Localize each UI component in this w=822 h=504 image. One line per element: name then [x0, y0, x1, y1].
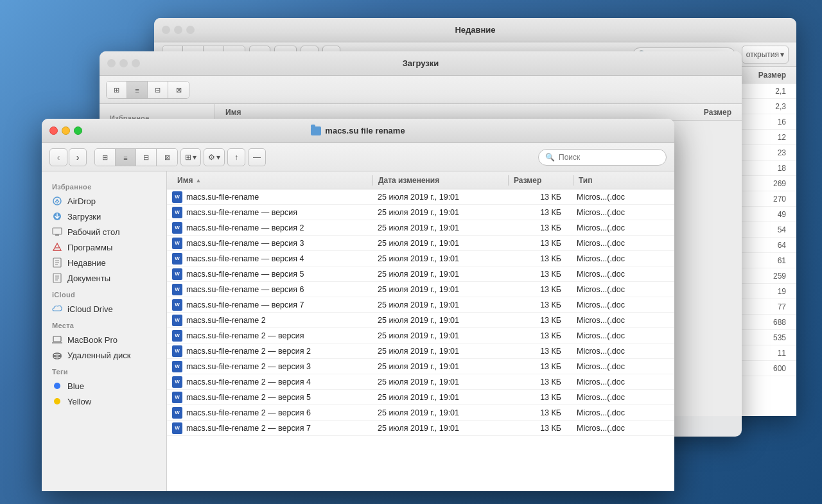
downloads-icon [52, 211, 62, 222]
table-row[interactable]: W macs.su-file-rename — версия 2 25 июля… [167, 220, 674, 236]
sidebar-item-recent[interactable]: Недавние [42, 255, 166, 270]
table-row[interactable]: W macs.su-file-rename — версия 4 25 июля… [167, 251, 674, 266]
minimize-dot-mid [119, 59, 128, 67]
table-row[interactable]: W macs.su-file-rename 2 — версия 2 25 ию… [167, 343, 674, 359]
file-cell-name: W macs.su-file-rename 2 [167, 315, 372, 326]
sidebar-item-remote-disk[interactable]: Удаленный диск [42, 347, 166, 363]
table-row[interactable]: W macs.su-file-rename — версия 3 25 июля… [167, 236, 674, 251]
file-cell-type: Micros...(.doc [572, 347, 674, 356]
icon-view-btn[interactable]: ⊞ [95, 149, 116, 166]
arrange-icon: ⊞ [185, 153, 191, 162]
file-cell-name: W macs.su-file-rename — версия [167, 207, 372, 218]
file-name: macs.su-file-rename — версия 3 [186, 239, 304, 248]
table-row[interactable]: W macs.su-file-rename 2 — версия 25 июля… [167, 328, 674, 343]
sidebar-item-tag-blue[interactable]: Blue [42, 378, 166, 394]
sidebar-label-documents: Документы [67, 274, 110, 283]
file-cell-type: Micros...(.doc [572, 208, 674, 217]
file-cell-type: Micros...(.doc [572, 239, 674, 248]
file-name: macs.su-file-rename [186, 193, 259, 202]
window-main: macs.su file rename ‹ › ⊞ ≡ ⊟ ⊠ ⊞ ▾ ⚙ ▾ … [42, 119, 674, 491]
tag-yellow-icon [52, 396, 62, 406]
search-input[interactable] [559, 153, 660, 162]
file-name: macs.su-file-rename 2 — версия [186, 331, 304, 340]
table-row[interactable]: W macs.su-file-rename — версия 7 25 июля… [167, 297, 674, 313]
action-icon: ⚙ [208, 153, 215, 162]
doc-icon: W [172, 315, 182, 326]
col-name-label: Имя [177, 176, 193, 185]
file-cell-name: W macs.su-file-rename — версия 6 [167, 284, 372, 295]
window-downloads-title: Загрузки [403, 58, 439, 68]
header-col-date[interactable]: Дата изменения [373, 176, 508, 185]
col-type-label: Тип [579, 176, 593, 185]
list-view-btn-mid: ≡ [127, 82, 148, 99]
file-name: macs.su-file-rename 2 [186, 316, 266, 325]
sidebar-label-tag-yellow: Yellow [67, 397, 91, 406]
maximize-button[interactable] [74, 126, 82, 135]
sidebar-item-desktop[interactable]: Рабочий стол [42, 224, 166, 239]
header-col-size[interactable]: Размер [509, 176, 573, 185]
doc-icon: W [172, 345, 182, 357]
tag-btn[interactable]: — [248, 148, 266, 166]
action-arrow: ▾ [216, 153, 220, 162]
table-row[interactable]: W macs.su-file-rename 2 — версия 5 25 ию… [167, 390, 674, 405]
view-group-mid: ⊞ ≡ ⊟ ⊠ [106, 81, 189, 99]
file-cell-size: 13 КБ [507, 331, 572, 340]
table-row[interactable]: W macs.su-file-rename 2 — версия 6 25 ию… [167, 405, 674, 421]
table-row[interactable]: W macs.su-file-rename 2 — версия 4 25 ию… [167, 374, 674, 390]
sidebar-item-macbook[interactable]: MacBook Pro [42, 332, 166, 347]
table-row[interactable]: W macs.su-file-rename — версия 6 25 июля… [167, 282, 674, 297]
close-button[interactable] [49, 126, 58, 135]
header-col-type[interactable]: Тип [573, 176, 674, 185]
sidebar-label-airdrop: AirDrop [67, 196, 96, 206]
file-cell-size: 13 КБ [507, 362, 572, 371]
minimize-dot [174, 26, 182, 34]
share-btn[interactable]: ↑ [227, 148, 245, 166]
header-col-name[interactable]: Имя ▲ [167, 176, 372, 185]
sidebar-section-places: Места [42, 317, 166, 332]
table-row[interactable]: W macs.su-file-rename 25 июля 2019 г., 1… [167, 189, 674, 205]
folder-icon-title [311, 126, 321, 135]
minimize-button[interactable] [62, 126, 70, 135]
file-name: macs.su-file-rename — версия [186, 208, 297, 217]
file-cell-name: W macs.su-file-rename — версия 5 [167, 268, 372, 280]
main-toolbar: ‹ › ⊞ ≡ ⊟ ⊠ ⊞ ▾ ⚙ ▾ ↑ — 🔍 [42, 143, 674, 171]
table-row[interactable]: W macs.su-file-rename 2 — версия 3 25 ию… [167, 359, 674, 374]
table-row[interactable]: W macs.su-file-rename 2 25 июля 2019 г.,… [167, 313, 674, 328]
open-btn-back[interactable]: открытия ▾ [742, 46, 789, 64]
doc-icon: W [172, 392, 182, 403]
sidebar-item-apps[interactable]: Программы [42, 239, 166, 255]
file-list-area: Имя ▲ Дата изменения Размер Тип [167, 171, 674, 491]
list-view-btn[interactable]: ≡ [116, 149, 136, 166]
table-row[interactable]: W macs.su-file-rename — версия 5 25 июля… [167, 266, 674, 282]
sidebar-item-icloud-drive[interactable]: iCloud Drive [42, 301, 166, 317]
forward-button[interactable]: › [69, 148, 87, 166]
sidebar-item-downloads[interactable]: Загрузки [42, 209, 166, 224]
table-row[interactable]: W macs.su-file-rename 2 — версия 7 25 ию… [167, 421, 674, 436]
doc-icon: W [172, 268, 182, 280]
file-cell-date: 25 июля 2019 г., 19:01 [372, 254, 507, 263]
gallery-view-btn[interactable]: ⊠ [157, 149, 177, 166]
sidebar-item-airdrop[interactable]: AirDrop [42, 193, 166, 209]
window-title-area: macs.su file rename [311, 126, 405, 135]
file-cell-date: 25 июля 2019 г., 19:01 [372, 347, 507, 356]
file-cell-type: Micros...(.doc [572, 223, 674, 232]
sidebar-item-tag-yellow[interactable]: Yellow [42, 394, 166, 409]
column-view-btn[interactable]: ⊟ [136, 149, 157, 166]
file-cell-date: 25 июля 2019 г., 19:01 [372, 424, 507, 433]
arrange-btn[interactable]: ⊞ ▾ [180, 148, 201, 166]
table-row[interactable]: W macs.su-file-rename — версия 25 июля 2… [167, 205, 674, 220]
file-cell-name: W macs.su-file-rename 2 — версия 7 [167, 422, 372, 434]
search-box[interactable]: 🔍 [538, 149, 667, 166]
arrange-arrow: ▾ [193, 153, 197, 162]
sidebar-item-documents[interactable]: Документы [42, 270, 166, 286]
back-button[interactable]: ‹ [49, 148, 67, 166]
file-cell-date: 25 июля 2019 г., 19:01 [372, 239, 507, 248]
file-cell-name: W macs.su-file-rename — версия 7 [167, 299, 372, 311]
action-btn[interactable]: ⚙ ▾ [204, 148, 225, 166]
file-cell-size: 13 КБ [507, 285, 572, 294]
share-icon: ↑ [234, 153, 238, 162]
window-recent-titlebar: Недавние [154, 18, 796, 42]
doc-icon: W [172, 238, 182, 249]
file-cell-date: 25 июля 2019 г., 19:01 [372, 316, 507, 325]
sidebar-label-icloud-drive: iCloud Drive [67, 304, 113, 314]
